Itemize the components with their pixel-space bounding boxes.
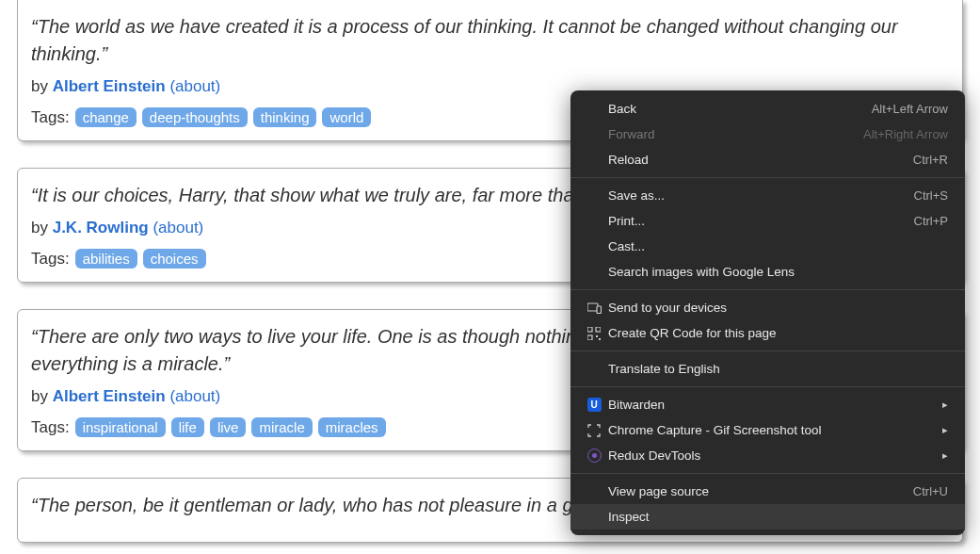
menu-label: Inspect: [608, 510, 948, 524]
qr-icon: [584, 327, 604, 340]
menu-separator: [570, 473, 965, 474]
by-label: by: [31, 77, 53, 95]
menu-label: Send to your devices: [608, 301, 948, 315]
tag[interactable]: miracle: [251, 417, 312, 437]
submenu-arrow-icon: ▸: [942, 424, 948, 436]
menu-item-inspect[interactable]: Inspect: [570, 504, 965, 530]
menu-label: Forward: [608, 127, 863, 141]
tag[interactable]: world: [322, 107, 371, 127]
tag[interactable]: deep-thoughts: [142, 107, 248, 127]
context-menu: Back Alt+Left Arrow Forward Alt+Right Ar…: [570, 90, 965, 535]
by-label: by: [31, 219, 53, 236]
redux-icon: [584, 448, 604, 463]
by-label: by: [31, 387, 53, 405]
capture-icon: [584, 424, 604, 437]
menu-shortcut: Alt+Right Arrow: [863, 127, 948, 141]
menu-shortcut: Ctrl+P: [914, 214, 948, 228]
menu-label: Translate to English: [608, 362, 948, 376]
svg-rect-5: [596, 335, 598, 337]
author-link[interactable]: Albert Einstein: [53, 77, 166, 95]
about-link[interactable]: (about): [169, 77, 220, 95]
menu-label: View page source: [608, 484, 913, 498]
menu-label: Reload: [608, 153, 913, 167]
menu-item-view-source[interactable]: View page source Ctrl+U: [570, 479, 965, 504]
menu-item-translate[interactable]: Translate to English: [570, 356, 965, 382]
menu-item-bitwarden[interactable]: U Bitwarden ▸: [570, 392, 965, 417]
author-link[interactable]: Albert Einstein: [53, 387, 166, 405]
tag[interactable]: thinking: [253, 107, 317, 127]
tag[interactable]: change: [75, 107, 137, 127]
menu-label: Cast...: [608, 239, 948, 253]
menu-shortcut: Alt+Left Arrow: [872, 102, 948, 116]
menu-label: Redux DevTools: [608, 448, 942, 463]
svg-rect-1: [597, 306, 602, 314]
submenu-arrow-icon: ▸: [942, 399, 948, 411]
tags-label: Tags:: [31, 250, 70, 269]
tag[interactable]: live: [210, 417, 247, 437]
menu-separator: [570, 350, 965, 351]
menu-item-forward: Forward Alt+Right Arrow: [570, 122, 965, 147]
tag[interactable]: inspirational: [75, 417, 166, 437]
svg-rect-2: [587, 327, 592, 332]
svg-rect-6: [599, 338, 601, 340]
menu-item-send-devices[interactable]: Send to your devices: [570, 295, 965, 320]
menu-shortcut: Ctrl+R: [913, 153, 948, 167]
tags-label: Tags:: [31, 108, 70, 127]
menu-label: Search images with Google Lens: [608, 265, 948, 279]
menu-item-redux[interactable]: Redux DevTools ▸: [570, 443, 965, 468]
menu-item-cast[interactable]: Cast...: [570, 234, 965, 259]
menu-separator: [570, 386, 965, 387]
menu-shortcut: Ctrl+U: [913, 484, 948, 498]
menu-label: Print...: [608, 214, 914, 228]
menu-item-chrome-capture[interactable]: Chrome Capture - Gif Screenshot tool ▸: [570, 417, 965, 443]
svg-rect-3: [596, 327, 601, 332]
about-link[interactable]: (about): [153, 219, 203, 236]
about-link[interactable]: (about): [169, 387, 220, 405]
menu-item-print[interactable]: Print... Ctrl+P: [570, 208, 965, 234]
menu-separator: [570, 177, 965, 178]
tags-label: Tags:: [31, 418, 70, 437]
devices-icon: [584, 302, 604, 314]
menu-label: Chrome Capture - Gif Screenshot tool: [608, 423, 942, 437]
menu-item-save-as[interactable]: Save as... Ctrl+S: [570, 183, 965, 208]
svg-rect-0: [587, 303, 598, 311]
menu-label: Back: [608, 102, 872, 116]
bitwarden-icon: U: [584, 398, 604, 412]
tag[interactable]: miracles: [318, 417, 386, 437]
tag[interactable]: abilities: [75, 249, 137, 269]
tag[interactable]: life: [171, 417, 204, 437]
menu-label: Save as...: [608, 188, 914, 203]
menu-item-reload[interactable]: Reload Ctrl+R: [570, 147, 965, 172]
menu-separator: [570, 289, 965, 290]
quote-text: “The world as we have created it is a pr…: [31, 13, 949, 68]
menu-item-back[interactable]: Back Alt+Left Arrow: [570, 96, 965, 122]
menu-item-search-images[interactable]: Search images with Google Lens: [570, 259, 965, 285]
submenu-arrow-icon: ▸: [942, 449, 948, 462]
svg-rect-4: [587, 335, 592, 340]
menu-label: Bitwarden: [608, 398, 942, 412]
menu-item-qr-code[interactable]: Create QR Code for this page: [570, 320, 965, 346]
tag[interactable]: choices: [143, 249, 206, 269]
menu-shortcut: Ctrl+S: [914, 188, 948, 203]
menu-label: Create QR Code for this page: [608, 326, 948, 340]
author-link[interactable]: J.K. Rowling: [53, 219, 149, 236]
